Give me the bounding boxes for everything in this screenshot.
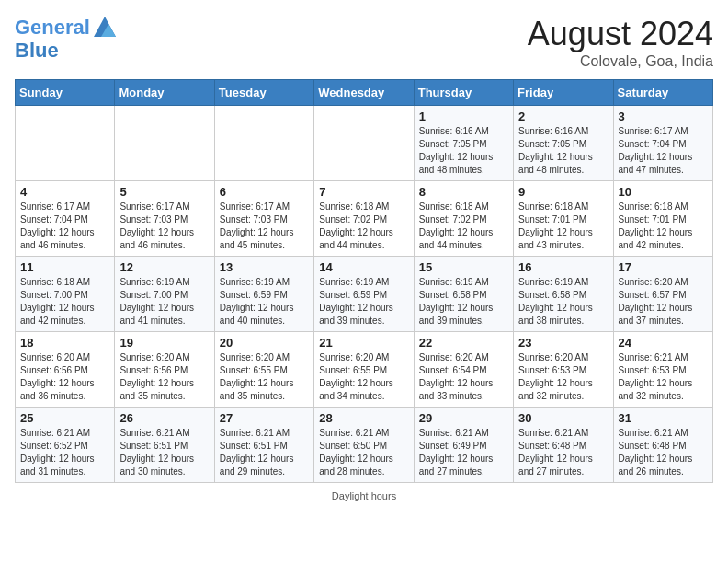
- day-number: 29: [419, 411, 508, 425]
- calendar-day-cell: 22Sunrise: 6:20 AM Sunset: 6:54 PM Dayli…: [414, 332, 513, 408]
- calendar-day-cell: 13Sunrise: 6:19 AM Sunset: 6:59 PM Dayli…: [214, 257, 313, 332]
- day-info: Sunrise: 6:19 AM Sunset: 7:00 PM Dayligh…: [119, 276, 209, 327]
- day-info: Sunrise: 6:21 AM Sunset: 6:49 PM Dayligh…: [419, 427, 508, 478]
- day-info: Sunrise: 6:18 AM Sunset: 7:02 PM Dayligh…: [319, 201, 408, 252]
- month-year-title: August 2024: [528, 15, 713, 53]
- day-info: Sunrise: 6:18 AM Sunset: 7:00 PM Dayligh…: [20, 276, 109, 327]
- calendar-day-cell: [214, 106, 313, 181]
- calendar-day-cell: [16, 106, 115, 181]
- calendar-day-cell: 9Sunrise: 6:18 AM Sunset: 7:01 PM Daylig…: [514, 181, 613, 257]
- calendar-day-cell: 29Sunrise: 6:21 AM Sunset: 6:49 PM Dayli…: [414, 408, 513, 483]
- day-info: Sunrise: 6:21 AM Sunset: 6:51 PM Dayligh…: [119, 427, 209, 478]
- day-info: Sunrise: 6:21 AM Sunset: 6:48 PM Dayligh…: [518, 427, 608, 478]
- day-info: Sunrise: 6:21 AM Sunset: 6:50 PM Dayligh…: [319, 427, 408, 478]
- day-number: 5: [119, 185, 209, 199]
- day-number: 21: [319, 336, 408, 350]
- calendar-day-cell: 11Sunrise: 6:18 AM Sunset: 7:00 PM Dayli…: [16, 257, 115, 332]
- calendar-day-cell: 15Sunrise: 6:19 AM Sunset: 6:58 PM Dayli…: [414, 257, 513, 332]
- day-info: Sunrise: 6:16 AM Sunset: 7:05 PM Dayligh…: [518, 125, 608, 177]
- day-number: 6: [220, 185, 309, 199]
- page-header: General Blue August 2024 Colovale, Goa, …: [15, 15, 713, 70]
- calendar-day-cell: 8Sunrise: 6:18 AM Sunset: 7:02 PM Daylig…: [414, 181, 513, 257]
- calendar-week-row: 1Sunrise: 6:16 AM Sunset: 7:05 PM Daylig…: [16, 106, 713, 181]
- calendar-day-cell: 1Sunrise: 6:16 AM Sunset: 7:05 PM Daylig…: [414, 106, 513, 181]
- logo-icon: [92, 13, 118, 39]
- day-info: Sunrise: 6:17 AM Sunset: 7:04 PM Dayligh…: [20, 201, 109, 252]
- day-info: Sunrise: 6:18 AM Sunset: 7:02 PM Dayligh…: [419, 201, 508, 252]
- calendar-day-cell: 23Sunrise: 6:20 AM Sunset: 6:53 PM Dayli…: [514, 332, 613, 408]
- calendar-table: SundayMondayTuesdayWednesdayThursdayFrid…: [15, 79, 713, 483]
- day-info: Sunrise: 6:17 AM Sunset: 7:03 PM Dayligh…: [119, 201, 209, 252]
- day-number: 23: [518, 336, 608, 350]
- day-info: Sunrise: 6:18 AM Sunset: 7:01 PM Dayligh…: [518, 201, 608, 252]
- footer-text: Daylight hours: [332, 490, 396, 501]
- day-number: 20: [220, 336, 309, 350]
- day-of-week-header: Wednesday: [314, 80, 414, 106]
- day-info: Sunrise: 6:17 AM Sunset: 7:03 PM Dayligh…: [220, 201, 309, 252]
- day-number: 13: [220, 260, 309, 274]
- day-number: 26: [119, 411, 209, 425]
- day-number: 19: [119, 336, 209, 350]
- day-info: Sunrise: 6:20 AM Sunset: 6:56 PM Dayligh…: [20, 351, 109, 403]
- calendar-day-cell: 4Sunrise: 6:17 AM Sunset: 7:04 PM Daylig…: [16, 181, 115, 257]
- calendar-day-cell: 24Sunrise: 6:21 AM Sunset: 6:53 PM Dayli…: [613, 332, 712, 408]
- day-number: 11: [20, 260, 109, 274]
- day-number: 9: [518, 185, 608, 199]
- day-info: Sunrise: 6:21 AM Sunset: 6:48 PM Dayligh…: [619, 427, 708, 478]
- day-info: Sunrise: 6:20 AM Sunset: 6:54 PM Dayligh…: [419, 351, 508, 403]
- logo-text: General: [15, 17, 90, 39]
- calendar-week-row: 18Sunrise: 6:20 AM Sunset: 6:56 PM Dayli…: [16, 332, 713, 408]
- day-number: 8: [419, 185, 508, 199]
- day-number: 25: [20, 411, 109, 425]
- calendar-day-cell: 30Sunrise: 6:21 AM Sunset: 6:48 PM Dayli…: [514, 408, 613, 483]
- day-number: 2: [518, 109, 608, 123]
- day-number: 3: [619, 109, 708, 123]
- day-number: 15: [419, 260, 508, 274]
- day-number: 12: [119, 260, 209, 274]
- calendar-week-row: 11Sunrise: 6:18 AM Sunset: 7:00 PM Dayli…: [16, 257, 713, 332]
- day-number: 10: [619, 185, 708, 199]
- day-info: Sunrise: 6:18 AM Sunset: 7:01 PM Dayligh…: [619, 201, 708, 252]
- calendar-day-cell: 3Sunrise: 6:17 AM Sunset: 7:04 PM Daylig…: [613, 106, 712, 181]
- footer: Daylight hours: [15, 490, 713, 501]
- day-number: 24: [619, 336, 708, 350]
- day-info: Sunrise: 6:19 AM Sunset: 6:58 PM Dayligh…: [518, 276, 608, 327]
- calendar-day-cell: 19Sunrise: 6:20 AM Sunset: 6:56 PM Dayli…: [115, 332, 214, 408]
- calendar-header-row: SundayMondayTuesdayWednesdayThursdayFrid…: [16, 80, 713, 106]
- calendar-day-cell: [314, 106, 414, 181]
- day-number: 30: [518, 411, 608, 425]
- calendar-day-cell: 6Sunrise: 6:17 AM Sunset: 7:03 PM Daylig…: [214, 181, 313, 257]
- day-info: Sunrise: 6:20 AM Sunset: 6:57 PM Dayligh…: [619, 276, 708, 327]
- calendar-day-cell: 2Sunrise: 6:16 AM Sunset: 7:05 PM Daylig…: [514, 106, 613, 181]
- title-area: August 2024 Colovale, Goa, India: [528, 15, 713, 70]
- day-info: Sunrise: 6:20 AM Sunset: 6:55 PM Dayligh…: [220, 351, 309, 403]
- calendar-day-cell: 31Sunrise: 6:21 AM Sunset: 6:48 PM Dayli…: [613, 408, 712, 483]
- day-number: 31: [619, 411, 708, 425]
- calendar-day-cell: 7Sunrise: 6:18 AM Sunset: 7:02 PM Daylig…: [314, 181, 414, 257]
- calendar-day-cell: 21Sunrise: 6:20 AM Sunset: 6:55 PM Dayli…: [314, 332, 414, 408]
- calendar-day-cell: 25Sunrise: 6:21 AM Sunset: 6:52 PM Dayli…: [16, 408, 115, 483]
- day-number: 27: [220, 411, 309, 425]
- day-number: 28: [319, 411, 408, 425]
- calendar-day-cell: 5Sunrise: 6:17 AM Sunset: 7:03 PM Daylig…: [115, 181, 214, 257]
- day-number: 7: [319, 185, 408, 199]
- logo: General Blue: [15, 15, 118, 61]
- calendar-week-row: 25Sunrise: 6:21 AM Sunset: 6:52 PM Dayli…: [16, 408, 713, 483]
- day-info: Sunrise: 6:20 AM Sunset: 6:53 PM Dayligh…: [518, 351, 608, 403]
- calendar-day-cell: 17Sunrise: 6:20 AM Sunset: 6:57 PM Dayli…: [613, 257, 712, 332]
- calendar-day-cell: [115, 106, 214, 181]
- day-of-week-header: Saturday: [613, 80, 712, 106]
- calendar-day-cell: 12Sunrise: 6:19 AM Sunset: 7:00 PM Dayli…: [115, 257, 214, 332]
- day-number: 17: [619, 260, 708, 274]
- calendar-week-row: 4Sunrise: 6:17 AM Sunset: 7:04 PM Daylig…: [16, 181, 713, 257]
- location-subtitle: Colovale, Goa, India: [528, 53, 713, 70]
- day-info: Sunrise: 6:19 AM Sunset: 6:58 PM Dayligh…: [419, 276, 508, 327]
- calendar-day-cell: 14Sunrise: 6:19 AM Sunset: 6:59 PM Dayli…: [314, 257, 414, 332]
- day-info: Sunrise: 6:21 AM Sunset: 6:51 PM Dayligh…: [220, 427, 309, 478]
- day-number: 1: [419, 109, 508, 123]
- day-info: Sunrise: 6:21 AM Sunset: 6:52 PM Dayligh…: [20, 427, 109, 478]
- day-info: Sunrise: 6:19 AM Sunset: 6:59 PM Dayligh…: [319, 276, 408, 327]
- calendar-day-cell: 16Sunrise: 6:19 AM Sunset: 6:58 PM Dayli…: [514, 257, 613, 332]
- day-info: Sunrise: 6:17 AM Sunset: 7:04 PM Dayligh…: [619, 125, 708, 177]
- day-number: 16: [518, 260, 608, 274]
